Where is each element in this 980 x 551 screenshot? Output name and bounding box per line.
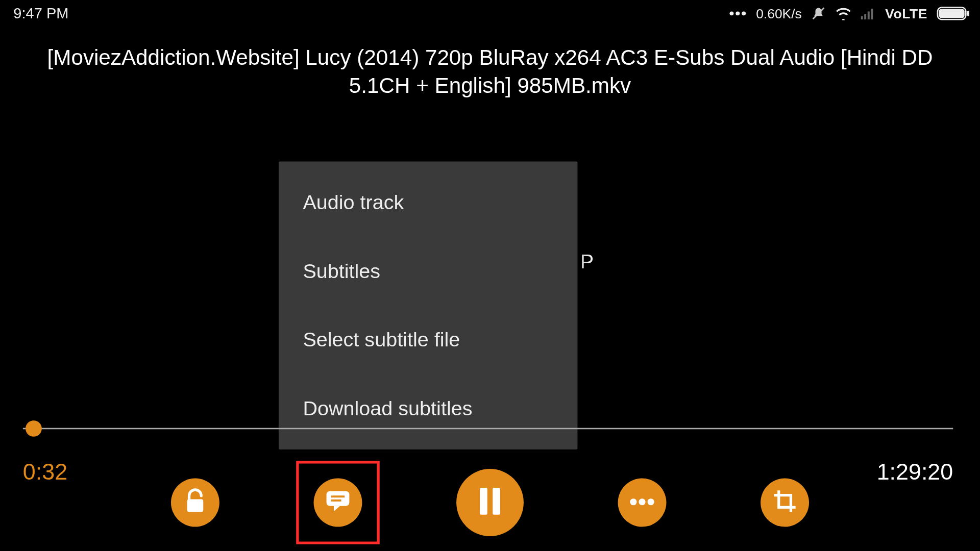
svg-point-16 (648, 498, 654, 505)
status-network-speed: 0.60K/s (756, 6, 801, 21)
svg-rect-5 (864, 14, 866, 20)
overflow-dots-icon (729, 11, 747, 16)
unlock-icon (184, 488, 207, 517)
menu-item-select-subtitle-file[interactable]: Select subtitle file (279, 306, 577, 374)
status-time: 9:47 PM (13, 5, 68, 22)
background-text-fragment: P (580, 251, 594, 273)
status-bar: 9:47 PM 0.60K/s (0, 0, 980, 27)
svg-point-2 (742, 11, 746, 15)
subtitles-button[interactable] (314, 479, 362, 527)
status-volte: VoLTE (885, 6, 927, 21)
playback-controls (0, 472, 980, 533)
menu-item-audio-track[interactable]: Audio track (279, 168, 577, 237)
svg-rect-9 (327, 491, 350, 506)
crop-aspect-button[interactable] (761, 479, 809, 527)
svg-rect-8 (187, 499, 204, 512)
menu-item-subtitles[interactable]: Subtitles (279, 237, 577, 306)
battery-icon (937, 7, 967, 20)
cellular-signal-icon (861, 8, 876, 20)
menu-item-download-subtitles[interactable]: Download subtitles (279, 374, 577, 443)
crop-icon (773, 489, 797, 516)
tracks-menu: Audio track Subtitles Select subtitle fi… (279, 161, 577, 449)
wifi-icon (836, 7, 852, 20)
svg-rect-7 (871, 9, 873, 19)
svg-point-14 (630, 498, 636, 505)
seek-bar[interactable] (23, 428, 953, 430)
dnd-mute-icon (811, 6, 826, 21)
pause-icon (478, 486, 502, 518)
subtitle-icon (325, 490, 351, 515)
svg-rect-12 (480, 488, 487, 515)
svg-point-1 (736, 11, 740, 15)
more-options-button[interactable] (618, 479, 667, 527)
svg-point-15 (639, 498, 645, 505)
svg-rect-4 (861, 16, 863, 20)
play-pause-button[interactable] (456, 469, 524, 536)
more-horizontal-icon (629, 496, 656, 509)
video-title: [MoviezAddiction.Website] Lucy (2014) 72… (40, 43, 940, 99)
lock-button[interactable] (171, 479, 219, 527)
svg-rect-13 (493, 488, 500, 515)
seek-thumb[interactable] (26, 420, 42, 437)
svg-rect-6 (868, 11, 870, 19)
svg-point-0 (730, 11, 734, 15)
